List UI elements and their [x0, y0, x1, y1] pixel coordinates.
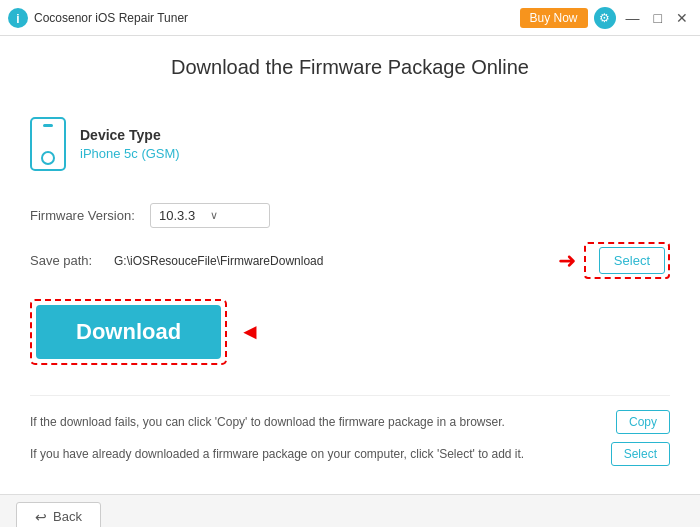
- select-path-button[interactable]: Select: [599, 247, 665, 274]
- download-button[interactable]: Download: [36, 305, 221, 359]
- select-add-button[interactable]: Select: [611, 442, 670, 466]
- note-select-text: If you have already downloaded a firmwar…: [30, 447, 611, 461]
- note-row-select: If you have already downloaded a firmwar…: [30, 442, 670, 466]
- close-button[interactable]: ✕: [672, 8, 692, 28]
- bottom-notes: If the download fails, you can click 'Co…: [30, 395, 670, 474]
- device-info: Device Type iPhone 5c (GSM): [80, 127, 180, 161]
- note-row-copy: If the download fails, you can click 'Co…: [30, 410, 670, 434]
- download-button-wrapper: Download: [30, 299, 227, 365]
- firmware-version-select[interactable]: 10.3.3 ∨: [150, 203, 270, 228]
- back-button[interactable]: ↩ Back: [16, 502, 101, 528]
- chevron-down-icon: ∨: [210, 209, 261, 222]
- save-path-label: Save path:: [30, 253, 110, 268]
- app-title: Cocosenor iOS Repair Tuner: [34, 11, 520, 25]
- search-icon: ⚙: [599, 11, 610, 25]
- buy-now-button[interactable]: Buy Now: [520, 8, 588, 28]
- app-logo: i: [8, 8, 28, 28]
- note-copy-text: If the download fails, you can click 'Co…: [30, 415, 616, 429]
- back-icon: ↩: [35, 509, 47, 525]
- main-content: Download the Firmware Package Online Dev…: [0, 36, 700, 494]
- footer-bar: ↩ Back: [0, 494, 700, 527]
- device-type-label: Device Type: [80, 127, 180, 143]
- search-button[interactable]: ⚙: [594, 7, 616, 29]
- device-model: iPhone 5c (GSM): [80, 146, 180, 161]
- save-path-row: Save path: G:\iOSResouceFile\FirmwareDow…: [30, 242, 670, 279]
- copy-button[interactable]: Copy: [616, 410, 670, 434]
- svg-text:i: i: [16, 12, 19, 26]
- firmware-version-label: Firmware Version:: [30, 208, 150, 223]
- firmware-version-row: Firmware Version: 10.3.3 ∨: [30, 203, 670, 228]
- device-section: Device Type iPhone 5c (GSM): [30, 107, 670, 181]
- device-icon: [30, 117, 66, 171]
- arrow-left-icon: ◄: [239, 319, 261, 345]
- maximize-button[interactable]: □: [650, 8, 666, 28]
- download-section: Download ◄: [30, 299, 670, 365]
- title-bar-actions: Buy Now ⚙ — □ ✕: [520, 7, 693, 29]
- save-path-value: G:\iOSResouceFile\FirmwareDownload: [110, 252, 558, 270]
- page-title: Download the Firmware Package Online: [30, 56, 670, 79]
- firmware-version-value: 10.3.3: [159, 208, 210, 223]
- back-label: Back: [53, 509, 82, 524]
- title-bar: i Cocosenor iOS Repair Tuner Buy Now ⚙ —…: [0, 0, 700, 36]
- select-highlight: Select: [584, 242, 670, 279]
- minimize-button[interactable]: —: [622, 8, 644, 28]
- arrow-right-icon: ➜: [558, 248, 576, 274]
